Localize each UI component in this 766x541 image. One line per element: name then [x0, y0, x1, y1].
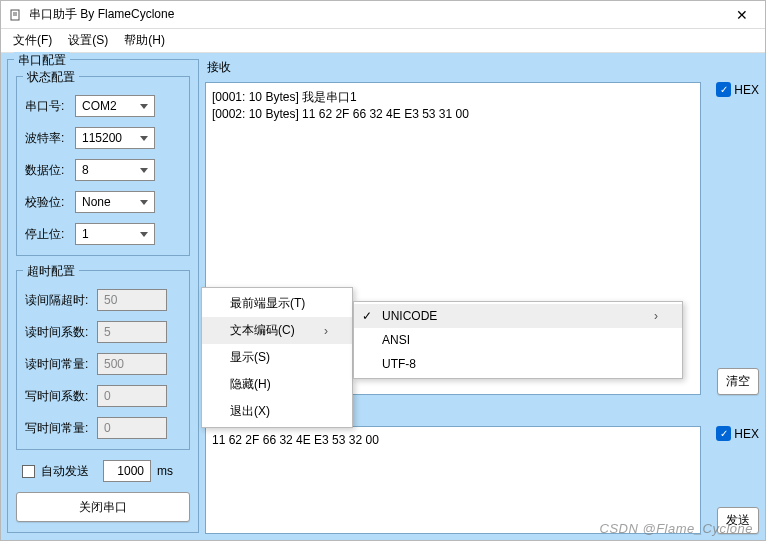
label-read-mult: 读时间系数:: [25, 324, 91, 341]
encoding-ansi[interactable]: ANSI: [354, 328, 682, 352]
ctx-topmost[interactable]: 最前端显示(T): [202, 290, 352, 317]
encoding-submenu: ✓ UNICODE › ANSI UTF-8: [353, 301, 683, 379]
baud-select[interactable]: 115200: [75, 127, 155, 149]
autosend-checkbox[interactable]: [22, 465, 35, 478]
label-port: 串口号:: [25, 98, 69, 115]
ctx-exit[interactable]: 退出(X): [202, 398, 352, 425]
label-write-const: 写时间常量:: [25, 420, 91, 437]
state-config-group: 状态配置 串口号: COM2 波特率: 115200 数据位: 8 校验位:: [16, 76, 190, 256]
autosend-row: 自动发送 1000 ms: [16, 460, 190, 482]
close-port-button[interactable]: 关闭串口: [16, 492, 190, 522]
main-window: 串口助手 By FlameCyclone ✕ 文件(F) 设置(S) 帮助(H)…: [0, 0, 766, 541]
ctx-encoding[interactable]: 文本编码(C)›: [202, 317, 352, 344]
chevron-right-icon: ›: [654, 309, 658, 323]
databits-select[interactable]: 8: [75, 159, 155, 181]
ctx-show[interactable]: 显示(S): [202, 344, 352, 371]
check-icon: ✓: [716, 82, 731, 97]
menu-help[interactable]: 帮助(H): [116, 30, 173, 51]
send-hex-check[interactable]: ✓ HEX: [716, 426, 759, 441]
menu-file[interactable]: 文件(F): [5, 30, 60, 51]
ctx-hide[interactable]: 隐藏(H): [202, 371, 352, 398]
titlebar: 串口助手 By FlameCyclone ✕: [1, 1, 765, 29]
recv-hex-check[interactable]: ✓ HEX: [716, 82, 759, 97]
read-mult-input[interactable]: 5: [97, 321, 167, 343]
parity-select[interactable]: None: [75, 191, 155, 213]
group-title-state: 状态配置: [23, 69, 79, 86]
label-write-mult: 写时间系数:: [25, 388, 91, 405]
left-column: 串口配置 状态配置 串口号: COM2 波特率: 115200 数据位: 8: [7, 59, 199, 534]
watermark: CSDN @Flame_Cyclone: [600, 521, 753, 536]
window-title: 串口助手 By FlameCyclone: [29, 6, 727, 23]
encoding-utf8[interactable]: UTF-8: [354, 352, 682, 376]
chevron-right-icon: ›: [324, 324, 328, 338]
autosend-interval-input[interactable]: 1000: [103, 460, 151, 482]
check-icon: ✓: [362, 309, 372, 323]
timeout-config-group: 超时配置 读间隔超时: 50 读时间系数: 5 读时间常量: 500 写时间系: [16, 270, 190, 450]
encoding-unicode[interactable]: ✓ UNICODE ›: [354, 304, 682, 328]
write-mult-input[interactable]: 0: [97, 385, 167, 407]
group-title-timeout: 超时配置: [23, 263, 79, 280]
send-textbox[interactable]: 11 62 2F 66 32 4E E3 53 32 00: [205, 426, 701, 534]
read-const-input[interactable]: 500: [97, 353, 167, 375]
close-button[interactable]: ✕: [727, 7, 757, 23]
label-parity: 校验位:: [25, 194, 69, 211]
port-select[interactable]: COM2: [75, 95, 155, 117]
context-menu: 最前端显示(T) 文本编码(C)› 显示(S) 隐藏(H) 退出(X): [201, 287, 353, 428]
label-baud: 波特率:: [25, 130, 69, 147]
recv-side-controls: ✓ HEX 清空: [707, 82, 759, 395]
content-area: 串口配置 状态配置 串口号: COM2 波特率: 115200 数据位: 8: [1, 53, 765, 540]
write-const-input[interactable]: 0: [97, 417, 167, 439]
label-read-const: 读时间常量:: [25, 356, 91, 373]
app-icon: [9, 8, 23, 22]
menu-settings[interactable]: 设置(S): [60, 30, 116, 51]
ms-label: ms: [157, 464, 173, 478]
recv-label: 接收: [207, 59, 759, 76]
read-interval-input[interactable]: 50: [97, 289, 167, 311]
stopbits-select[interactable]: 1: [75, 223, 155, 245]
send-side-controls: ✓ HEX 发送: [707, 426, 759, 534]
label-read-interval: 读间隔超时:: [25, 292, 91, 309]
group-title-serial: 串口配置: [14, 52, 70, 69]
label-databits: 数据位:: [25, 162, 69, 179]
menubar: 文件(F) 设置(S) 帮助(H): [1, 29, 765, 53]
serial-config-group: 串口配置 状态配置 串口号: COM2 波特率: 115200 数据位: 8: [7, 59, 199, 533]
clear-button[interactable]: 清空: [717, 368, 759, 395]
check-icon: ✓: [716, 426, 731, 441]
label-stopbits: 停止位:: [25, 226, 69, 243]
autosend-label: 自动发送: [41, 463, 89, 480]
send-panel: 11 62 2F 66 32 4E E3 53 32 00 ✓ HEX 发送: [205, 426, 759, 534]
